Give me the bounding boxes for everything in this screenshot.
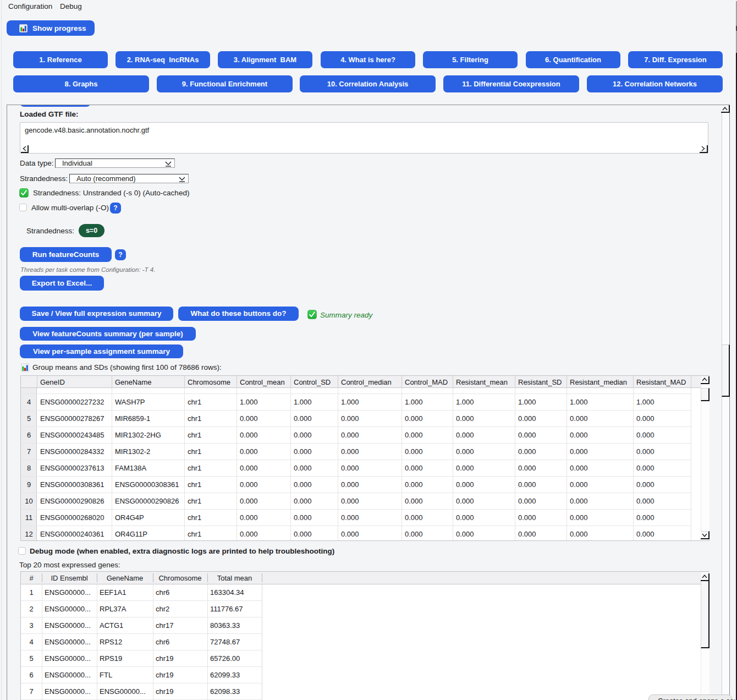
export-excel-button[interactable]: Export to Excel...: [20, 276, 104, 291]
multi-overlap-help-badge[interactable]: ?: [110, 203, 121, 214]
column-header[interactable]: Total mean: [207, 574, 262, 582]
nav-quantification[interactable]: 6. Quantification: [526, 51, 620, 68]
scrolled-button[interactable]: [20, 105, 91, 107]
summary-ready-check-icon: [307, 310, 317, 321]
table-row[interactable]: 7ENSG00000...ENSG00000...chr1962098.33: [21, 683, 262, 700]
table-scrollbar-up-arrow[interactable]: [701, 573, 710, 581]
view-assignment-summary-button[interactable]: View per-sample assignment summary: [20, 344, 183, 358]
summary-ready-label: Summary ready: [320, 311, 372, 319]
table-cell: 0.000: [456, 497, 474, 505]
app-window: Configuration Debug Show progress 1. Ref…: [0, 0, 737, 700]
nav-filtering[interactable]: 5. Filtering: [423, 51, 518, 68]
table-cell: ENSG00000290826: [40, 497, 104, 505]
table-cell: 80363.33: [210, 621, 240, 630]
column-header[interactable]: Resistant_SD: [518, 378, 562, 386]
column-header[interactable]: GeneName: [97, 574, 153, 582]
column-header[interactable]: GeneID: [40, 378, 65, 386]
data-type-combobox[interactable]: Individual: [55, 158, 175, 168]
bar-chart-icon: [19, 24, 28, 32]
what-buttons-do-button[interactable]: What do these buttons do?: [178, 307, 299, 321]
table-cell: OR4G11P: [115, 530, 147, 538]
nav-what-is-here[interactable]: 4. What is here?: [321, 51, 415, 68]
show-progress-button[interactable]: Show progress: [7, 20, 95, 36]
nav-alignment-bam[interactable]: 3. Alignment BAM: [218, 51, 312, 68]
table-row[interactable]: 5ENSG00000...RPS19chr1965726.00: [21, 650, 262, 667]
multi-overlap-checkbox[interactable]: [19, 204, 27, 211]
gtf-textarea[interactable]: gencode.v48.basic.annotation.nochr.gtf: [20, 122, 708, 154]
table-scrollbar-up-arrow[interactable]: [701, 376, 710, 385]
table-cell: 0.000: [240, 414, 258, 423]
run-help-badge[interactable]: ?: [115, 249, 126, 260]
strandedness-checkbox[interactable]: [19, 188, 29, 200]
row-number-cell: 5: [21, 414, 37, 423]
nav-functional-enrichment[interactable]: 9. Functional Enrichment: [157, 75, 293, 92]
table-cell: 1.000: [405, 398, 423, 406]
column-header[interactable]: Control_mean: [240, 378, 285, 386]
table-scrollbar-down-arrow[interactable]: [701, 531, 710, 539]
column-header[interactable]: Chromosome: [188, 378, 230, 386]
table-row[interactable]: 10ENSG00000290826ENSG00000290826chr10.00…: [21, 493, 691, 510]
main-scrollbar[interactable]: [722, 105, 729, 700]
table-row[interactable]: 11ENSG00000268020OR4G4Pchr10.0000.0000.0…: [21, 510, 691, 526]
column-header[interactable]: Control_MAD: [405, 378, 448, 386]
table-row[interactable]: 7ENSG00000284332MIR1302-2chr10.0000.0000…: [21, 444, 691, 460]
main-scrollbar-thumb[interactable]: [722, 344, 730, 397]
nav-rnaseq-lncrnas[interactable]: 2. RNA-seq lncRNAs: [116, 51, 210, 68]
table-cell: ENSG00000...: [45, 588, 91, 597]
column-header[interactable]: Resistant_median: [570, 378, 627, 386]
tooltip-text: Creates and opens a count table: [658, 697, 737, 700]
table-cell: chr17: [156, 621, 174, 630]
table-cell: chr19: [156, 687, 174, 696]
table-cell: 0.000: [341, 530, 359, 538]
gtf-hscroll-left-arrow[interactable]: [21, 145, 29, 154]
strandedness-pill-label: Strandedness:: [26, 227, 74, 235]
menu-debug[interactable]: Debug: [60, 2, 82, 10]
gtf-hscroll-right-arrow[interactable]: [700, 145, 708, 154]
table-row[interactable]: 12ENSG00000240361OR4G11Pchr10.0000.0000.…: [21, 526, 691, 543]
nav-differential-coexpression[interactable]: 11. Differential Coexpression: [443, 75, 579, 92]
column-header[interactable]: GeneName: [115, 378, 151, 386]
table-row[interactable]: 8ENSG00000237613FAM138Achr10.0000.0000.0…: [21, 460, 691, 477]
table-cell: RPL37A: [100, 605, 126, 613]
column-header[interactable]: Resistant_mean: [456, 378, 508, 386]
column-header[interactable]: Control_median: [341, 378, 392, 386]
column-header[interactable]: Resistant_MAD: [636, 378, 686, 386]
table-row[interactable]: 1ENSG00000...EEF1A1chr6163304.34: [21, 584, 262, 601]
save-view-summary-button[interactable]: Save / View full expression summary: [20, 307, 173, 321]
table-cell: EEF1A1: [100, 588, 126, 597]
column-header[interactable]: #: [21, 574, 42, 582]
run-featurecounts-button[interactable]: Run featureCounts: [20, 247, 112, 262]
table-row[interactable]: 4ENSG00000...RPS12chr672748.67: [21, 634, 262, 650]
table-row[interactable]: 9ENSG00000308361ENSG00000308361chr10.000…: [21, 477, 691, 493]
column-header[interactable]: Control_SD: [294, 378, 331, 386]
chevron-down-icon: [164, 160, 172, 169]
table-row[interactable]: 6ENSG00000...FTLchr1962099.33: [21, 667, 262, 683]
column-header[interactable]: Chromosome: [153, 574, 207, 582]
row-number-cell: 2: [21, 605, 42, 613]
table-row[interactable]: 6ENSG00000243485MIR1302-2HGchr10.0000.00…: [21, 427, 691, 444]
menu-configuration[interactable]: Configuration: [8, 2, 52, 10]
table-row[interactable]: 4ENSG00000227232WASH7Pchr11.0001.0001.00…: [21, 394, 691, 411]
column-header[interactable]: ID Ensembl: [42, 574, 97, 582]
table-row[interactable]: 3ENSG00000...ACTG1chr1780363.33: [21, 617, 262, 634]
nav-graphs[interactable]: 8. Graphs: [13, 75, 149, 92]
window-left-edge: [1, 0, 2, 700]
main-scrollbar-up-arrow[interactable]: [721, 105, 730, 113]
table-row[interactable]: 5ENSG00000278267MIR6859-1chr10.0000.0000…: [21, 411, 691, 427]
table-cell: MIR6859-1: [115, 414, 150, 423]
strandedness-combobox[interactable]: Auto (recommend): [69, 174, 189, 183]
table-cell: 0.000: [570, 480, 588, 489]
nav-diff-expression[interactable]: 7. Diff. Expression: [628, 51, 723, 68]
nav-correlation-networks[interactable]: 12. Correlation Networks: [587, 75, 723, 92]
header-separator: [633, 376, 634, 387]
table-scrollbar-thumb[interactable]: [701, 581, 710, 648]
table-row[interactable]: 2ENSG00000...RPL37Achr2111776.67: [21, 601, 262, 617]
table-header: #ID EnsemblGeneNameChromosomeTotal mean: [21, 572, 708, 584]
nav-correlation-analysis[interactable]: 10. Correlation Analysis: [300, 75, 436, 92]
table-scrollbar-thumb[interactable]: [701, 388, 710, 401]
table-cell: ENSG00000278267: [40, 414, 104, 423]
debug-mode-checkbox[interactable]: [18, 547, 26, 555]
nav-reference[interactable]: 1. Reference: [13, 51, 108, 68]
table-header: GeneIDGeneNameChromosomeControl_meanCont…: [21, 376, 709, 388]
view-fc-summary-button[interactable]: View featureCounts summary (per sample): [20, 327, 196, 341]
